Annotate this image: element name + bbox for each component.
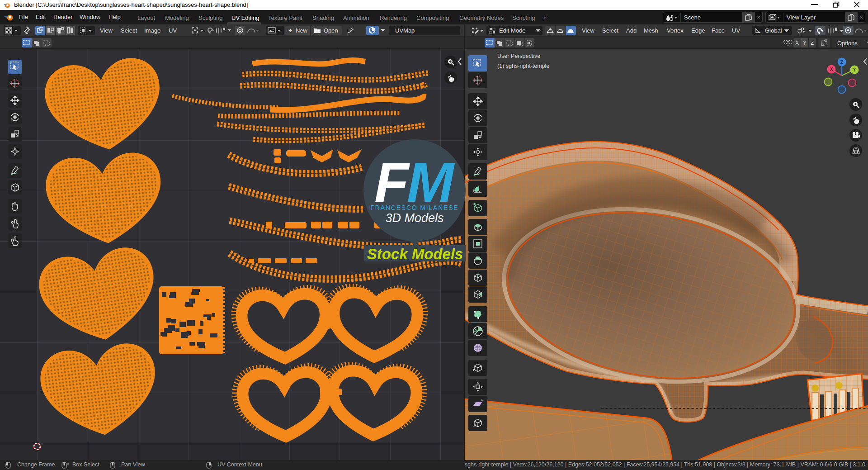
svg-text:X: X (830, 67, 833, 72)
svg-text:Z: Z (840, 60, 843, 65)
svg-text:FRANCESCO MILANESE: FRANCESCO MILANESE (371, 204, 459, 211)
svg-text:3D Models: 3D Models (385, 211, 443, 225)
svg-text:Y: Y (853, 67, 856, 72)
